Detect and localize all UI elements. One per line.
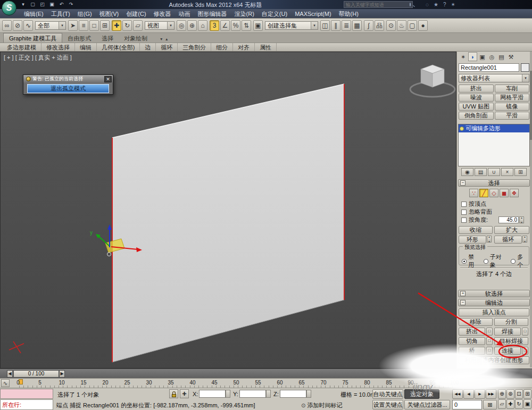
use-pivot-center-icon[interactable]: ◎	[177, 20, 186, 31]
chevron-down-icon[interactable]: ▾	[522, 74, 529, 82]
selected-object-dropdown[interactable]: 选定对象	[404, 389, 439, 399]
key-filters-button[interactable]: 关键点过滤器...	[404, 400, 450, 409]
set-key-button[interactable]: 设置关键点	[372, 400, 403, 409]
tab-utilities[interactable]: ⚒	[506, 52, 516, 61]
rollout-soft-selection[interactable]: + 软选择	[458, 290, 530, 297]
application-menu-icon[interactable]: ▾	[19, 1, 27, 8]
exit-isolation-button[interactable]: 退出孤立模式	[27, 84, 109, 93]
rendered-frame-window-icon[interactable]: ▢	[408, 20, 417, 31]
dialog-title-bar[interactable]: 警告: 已孤立的当前选择 ✕	[23, 75, 113, 83]
rectangular-selection-region-icon[interactable]: □	[89, 20, 99, 31]
new-scene-icon[interactable]: ▢	[29, 1, 37, 8]
tab-modify[interactable]: ◗	[468, 52, 477, 61]
help-icon[interactable]: ?	[443, 1, 446, 8]
select-and-scale-icon[interactable]: ▱	[133, 20, 143, 31]
percent-snap-icon[interactable]: %	[231, 20, 240, 31]
stack-item-editable-poly[interactable]: 可编辑多边形	[459, 124, 529, 132]
expand-icon[interactable]: +	[460, 291, 466, 296]
coordinate-input[interactable]	[280, 390, 306, 398]
close-icon[interactable]: ✕	[104, 76, 112, 82]
ribbon-panel-label[interactable]: 编辑	[75, 43, 97, 51]
maximize-viewport-icon[interactable]: ▣	[523, 399, 531, 409]
radio-icon[interactable]	[484, 259, 488, 264]
gizmo-y-axis[interactable]	[98, 236, 110, 246]
settings-box-icon[interactable]: □	[522, 347, 528, 355]
ribbon-panel-label[interactable]: 细分	[211, 43, 233, 51]
settings-box-icon[interactable]: □	[486, 337, 493, 345]
redo-icon[interactable]: ↷	[67, 1, 75, 8]
loop-button[interactable]: 循环	[494, 236, 522, 244]
menu-item[interactable]: 渲染(R)	[231, 9, 258, 18]
viewport-label[interactable]: [ + ] [ 正交 ] [ 真实 + 边面 ]	[4, 54, 72, 62]
curve-editor-icon[interactable]: ∫	[364, 20, 373, 31]
favorites-icon[interactable]: ★	[434, 1, 438, 8]
make-unique-icon[interactable]: ∪	[488, 168, 500, 176]
configure-modifier-sets-icon[interactable]: ⊞	[514, 168, 527, 176]
preview-option[interactable]: 禁用	[462, 253, 480, 269]
info-center-search[interactable]	[344, 1, 413, 8]
menu-item[interactable]: 修改器	[150, 9, 175, 18]
angle-snap-icon[interactable]: ∠	[220, 20, 230, 31]
ribbon-tab[interactable]: 对象绘制	[119, 34, 153, 43]
ribbon-panel-label[interactable]: 对齐	[233, 43, 255, 51]
auto-key-button[interactable]: 自动关键点	[372, 389, 403, 399]
tab-display[interactable]: ▤	[497, 52, 506, 61]
pin-stack-icon[interactable]: ◉	[461, 168, 473, 176]
time-slider-handle[interactable]: 0 / 100	[13, 370, 59, 378]
edit-edge-button[interactable]: 连接	[494, 347, 521, 355]
settings-box-icon[interactable]: □	[522, 328, 528, 336]
editable-poly-plane[interactable]	[112, 84, 344, 362]
ribbon-panel-label[interactable]: 边	[140, 43, 156, 51]
pan-icon[interactable]: ✚	[506, 399, 514, 409]
orbit-icon[interactable]: ↻	[515, 399, 523, 409]
edit-edge-button[interactable]: 目标焊接	[494, 337, 528, 345]
show-end-result-icon[interactable]: ▤	[475, 168, 487, 176]
zoom-all-icon[interactable]: ⊛	[506, 389, 514, 399]
checkbox-icon[interactable]	[461, 210, 467, 215]
modifier-preset-button[interactable]: 倒角剖面	[459, 112, 494, 120]
previous-frame-arrow[interactable]: ◀	[7, 370, 13, 378]
maxscript-macro-recorder[interactable]	[0, 389, 53, 399]
material-editor-icon[interactable]: ⊙	[386, 20, 396, 31]
ribbon-panel-label[interactable]: 几何体(全部)	[97, 43, 140, 51]
edit-edge-button[interactable]: 焊接	[494, 328, 521, 336]
save-file-icon[interactable]: ▣	[48, 1, 56, 8]
collapse-icon[interactable]: −	[460, 180, 466, 186]
modifier-preset-button[interactable]: 挤出	[459, 85, 494, 93]
lock-selection-icon[interactable]	[169, 389, 178, 398]
spinner-icon[interactable]	[226, 390, 230, 398]
object-color-swatch[interactable]	[521, 63, 529, 72]
menu-item[interactable]: 创建(C)	[122, 9, 149, 18]
edit-edge-button[interactable]: 切角	[459, 337, 485, 345]
visibility-bulb-icon[interactable]	[460, 127, 464, 131]
ribbon-panel-label[interactable]: 三角剖分	[178, 43, 211, 51]
preview-option[interactable]: 多个	[511, 253, 529, 269]
ring-button[interactable]: 环形	[459, 236, 486, 244]
named-selection-sets-dropdown[interactable]: 创建选择集▾	[265, 21, 318, 30]
menu-item[interactable]: 编辑(E)	[20, 9, 47, 18]
go-to-start-icon[interactable]: ◀◀	[452, 389, 463, 399]
minimize-ribbon-icon[interactable]: ▾	[160, 37, 165, 41]
maxscript-mini-listener[interactable]: 所在行:	[0, 399, 53, 410]
select-by-name-icon[interactable]: ≡	[79, 20, 88, 31]
ribbon-panel-label[interactable]: 多边形建模	[2, 43, 41, 51]
modifier-stack[interactable]: 可编辑多边形	[458, 124, 530, 166]
by-vertex-option[interactable]: 按顶点	[461, 200, 486, 207]
viewport[interactable]: y [ + ] [ 正交 ] [ 真实 + 边面 ] 警告: 已孤立的当前选择 …	[0, 52, 456, 369]
rollout-selection[interactable]: − 选择	[458, 179, 530, 187]
checkbox-icon[interactable]	[461, 202, 467, 207]
ribbon-panel-label[interactable]: 修改选择	[41, 43, 75, 51]
border-mode-icon[interactable]: ◇	[489, 189, 498, 197]
bind-to-space-warp-icon[interactable]: ∿	[23, 20, 33, 31]
open-file-icon[interactable]: ◰	[38, 1, 46, 8]
loop-spinner[interactable]	[522, 236, 527, 242]
radio-icon[interactable]	[462, 259, 467, 264]
ribbon-options-icon[interactable]: ▴	[165, 37, 171, 41]
graphite-ribbon-toggle-icon[interactable]: ▦	[352, 20, 362, 31]
element-mode-icon[interactable]: ❖	[510, 189, 519, 197]
time-slider[interactable]: ◀ 0 / 100 ▶	[0, 369, 532, 378]
menu-item[interactable]: 图形编辑器	[194, 9, 231, 18]
zoom-extents-icon[interactable]: ⊡	[515, 389, 523, 399]
collapse-icon[interactable]: −	[460, 300, 466, 305]
angle-spinner[interactable]	[519, 216, 524, 223]
